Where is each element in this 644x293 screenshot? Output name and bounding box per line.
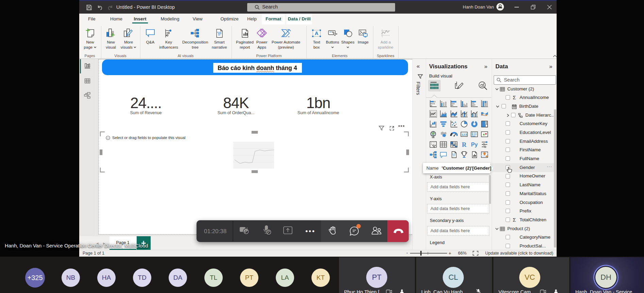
svg-text:Py: Py — [471, 142, 478, 148]
svg-text:A: A — [315, 30, 319, 36]
svg-text:R: R — [462, 141, 467, 148]
svg-text:123: 123 — [461, 133, 467, 136]
